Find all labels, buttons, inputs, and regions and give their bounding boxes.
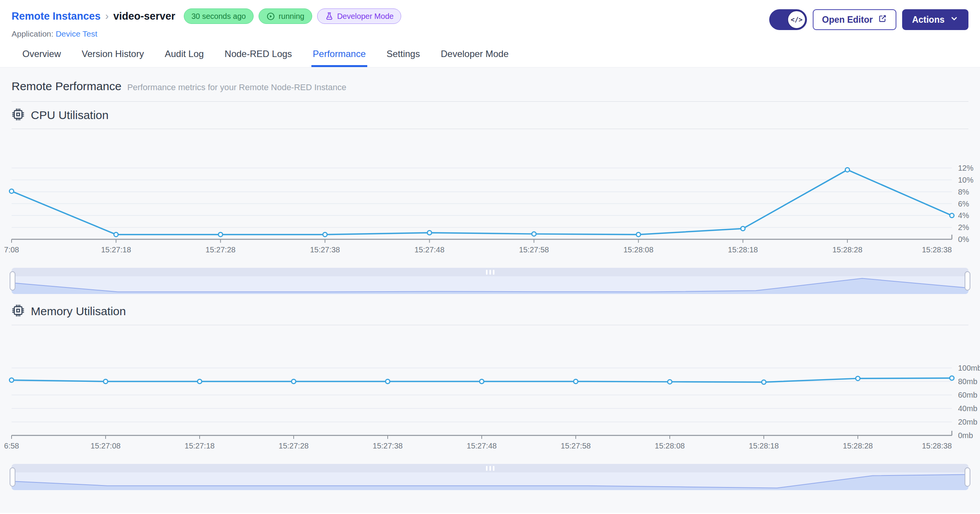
data-point [950,376,954,380]
x-axis-label: 15:27:08 [91,442,121,450]
memory-section-title: Memory Utilisation [31,305,126,318]
cpu-brush-grip[interactable] [12,268,968,276]
performance-panel: Remote Performance Performance metrics f… [0,67,980,513]
x-axis-label: 6:58 [4,442,19,450]
play-circle-icon [266,12,275,21]
x-axis-label: 7:08 [4,245,19,254]
data-point [292,380,296,384]
y-axis-label: 2% [958,223,969,232]
actions-label: Actions [912,15,945,25]
data-point [741,227,745,231]
chip-icon [12,108,25,123]
flask-icon [325,12,334,21]
y-axis-label: 100mb [958,364,980,372]
tab-node-red-logs[interactable]: Node-RED Logs [223,45,294,67]
application-label: Application: [12,29,54,38]
x-axis-label: 15:28:08 [624,245,654,254]
data-point [532,232,536,236]
x-axis-label: 15:27:48 [467,442,497,450]
cpu-brush-handle-right[interactable] [965,271,970,291]
y-axis-label: 60mb [958,391,977,399]
y-axis-label: 12% [958,164,973,172]
application-link[interactable]: Device Test [55,29,97,38]
cpu-chart-brush[interactable] [12,268,968,294]
developer-mode-badge: Developer Mode [317,8,402,24]
memory-brush-grip[interactable] [12,464,968,472]
x-axis-label: 15:28:18 [749,442,779,450]
page-title: Remote Performance [12,80,121,93]
x-axis-label: 15:27:38 [310,245,340,254]
breadcrumb-remote-instances[interactable]: Remote Instances [12,10,101,22]
memory-section-head: Memory Utilisation [12,304,968,325]
data-point [845,168,849,172]
data-point [104,380,108,384]
cpu-brush-preview [12,276,968,294]
developer-mode-label: Developer Mode [337,12,394,21]
x-axis-label: 15:28:28 [832,245,862,254]
data-point [574,380,578,384]
memory-brush-preview [12,472,968,490]
memory-brush-handle-left[interactable] [10,467,15,487]
x-axis-label: 15:27:18 [101,245,131,254]
data-point [219,232,223,237]
memory-chart: 0mb20mb40mb60mb80mb100mb6:5815:27:0815:2… [12,331,968,459]
y-axis-label: 0% [958,235,969,244]
tab-performance[interactable]: Performance [311,45,367,67]
page-head: Remote Performance Performance metrics f… [12,80,968,102]
developer-mode-toggle[interactable]: </> [769,9,807,30]
x-axis-label: 15:27:58 [561,442,591,450]
x-axis-label: 15:27:28 [279,442,309,450]
y-axis-label: 4% [958,211,969,220]
status-badge: running [259,8,312,24]
x-axis-label: 15:27:38 [373,442,403,450]
x-axis-label: 15:27:28 [205,245,235,254]
chevron-down-icon [950,14,958,25]
cpu-section-head: CPU Utilisation [12,108,968,129]
data-point [636,232,640,237]
header-controls: </> Open Editor Actions [769,8,968,30]
chip-icon [12,304,25,319]
x-axis-label: 15:27:48 [415,245,445,254]
data-point [427,231,432,235]
memory-chart-brush[interactable] [12,464,968,490]
data-point [323,232,327,237]
tab-overview[interactable]: Overview [21,45,62,67]
tab-version-history[interactable]: Version History [80,45,145,67]
data-point [386,380,390,384]
cpu-chart: 0%2%4%6%8%10%12%7:0815:27:1815:27:2815:2… [12,135,968,262]
actions-button[interactable]: Actions [902,9,968,30]
tab-bar: OverviewVersion HistoryAudit LogNode-RED… [0,45,980,67]
data-point [114,232,118,237]
x-axis-label: 15:27:18 [185,442,215,450]
external-link-icon [878,14,887,25]
last-seen-label: 30 seconds ago [192,12,246,21]
x-axis-label: 15:27:58 [519,245,549,254]
y-axis-label: 20mb [958,418,977,426]
data-point [10,378,14,382]
series-line [12,170,952,235]
data-point [950,213,954,218]
x-axis-label: 15:28:38 [922,442,952,450]
x-axis-label: 15:28:18 [728,245,758,254]
breadcrumb-instance-name: video-server [113,10,175,22]
data-point [198,380,202,384]
mini-area [12,475,968,490]
data-point [10,189,14,193]
tab-audit-log[interactable]: Audit Log [163,45,205,67]
y-axis-label: 6% [958,200,969,208]
open-editor-button[interactable]: Open Editor [813,9,896,30]
breadcrumb-separator-icon: › [105,10,109,22]
code-icon: </> [787,10,806,29]
y-axis-label: 40mb [958,404,977,413]
cpu-brush-handle-left[interactable] [10,271,15,291]
x-axis-label: 15:28:08 [655,442,685,450]
x-axis-label: 15:28:28 [843,442,873,450]
y-axis-label: 0mb [958,431,973,440]
last-seen-badge: 30 seconds ago [184,8,254,24]
tab-settings[interactable]: Settings [385,45,422,67]
memory-brush-handle-right[interactable] [965,467,970,487]
page-subtitle: Performance metrics for your Remote Node… [127,82,346,92]
data-point [668,380,672,384]
data-point [762,380,766,384]
tab-developer-mode[interactable]: Developer Mode [439,45,510,67]
